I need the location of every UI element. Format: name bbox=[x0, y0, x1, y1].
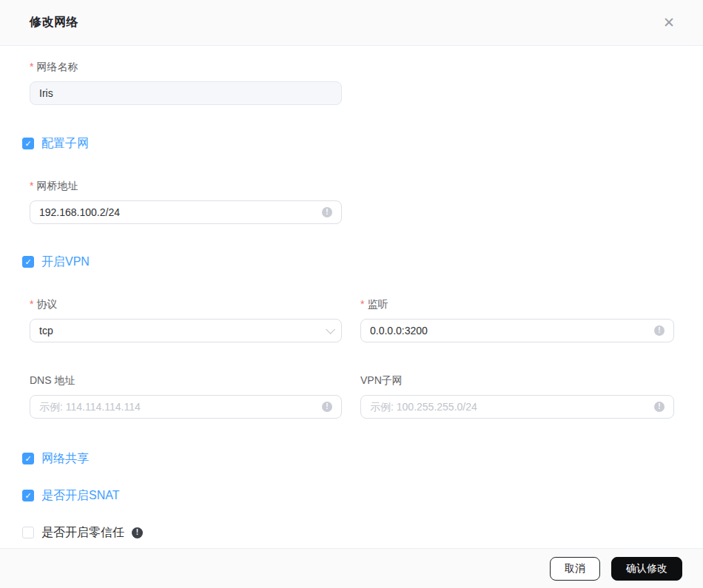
bridge-address-input-box: ! bbox=[30, 200, 342, 224]
listen-input[interactable] bbox=[370, 325, 648, 337]
vpn-subnet-input-box: ! bbox=[360, 395, 674, 419]
listen-label: *监听 bbox=[360, 297, 674, 311]
dialog-title: 修改网络 bbox=[30, 15, 78, 30]
configure-subnet-label: 配置子网 bbox=[41, 135, 89, 152]
protocol-label: *协议 bbox=[30, 297, 342, 311]
field-protocol: *协议 bbox=[30, 297, 342, 342]
bridge-address-input[interactable] bbox=[39, 206, 316, 218]
required-asterisk: * bbox=[30, 180, 33, 192]
checkbox-unchecked-icon[interactable] bbox=[22, 527, 34, 538]
info-icon[interactable]: ! bbox=[654, 402, 665, 412]
configure-subnet-checkbox-row[interactable]: ✓ 配置子网 bbox=[22, 135, 89, 152]
vpn-subnet-label: VPN子网 bbox=[360, 373, 674, 388]
required-asterisk: * bbox=[30, 61, 33, 72]
listen-input-box: ! bbox=[360, 319, 674, 342]
checkbox-checked-icon[interactable]: ✓ bbox=[22, 490, 34, 501]
field-bridge-address: *网桥地址 ! bbox=[30, 178, 674, 224]
info-icon[interactable]: ! bbox=[132, 527, 143, 538]
cancel-button[interactable]: 取消 bbox=[550, 557, 600, 581]
dns-address-input[interactable] bbox=[39, 401, 316, 413]
chevron-down-icon bbox=[326, 325, 335, 334]
network-share-label: 网络共享 bbox=[41, 450, 89, 467]
field-listen: *监听 ! bbox=[360, 297, 674, 342]
network-name-input-box bbox=[30, 81, 342, 105]
dns-address-label: DNS 地址 bbox=[30, 373, 342, 388]
dialog-footer: 取消 确认修改 bbox=[0, 548, 703, 588]
edit-network-dialog: 修改网络 ✕ *网络名称 ✓ 配置子网 *网桥地址 ! bbox=[0, 0, 703, 588]
required-asterisk: * bbox=[30, 298, 33, 310]
confirm-button[interactable]: 确认修改 bbox=[611, 557, 682, 581]
dialog-header: 修改网络 ✕ bbox=[0, 0, 703, 46]
field-vpn-subnet: VPN子网 ! bbox=[360, 373, 674, 419]
vpn-subnet-input[interactable] bbox=[370, 401, 648, 413]
protocol-select-value[interactable] bbox=[39, 325, 320, 337]
checkbox-checked-icon[interactable]: ✓ bbox=[22, 138, 34, 149]
enable-snat-label: 是否开启SNAT bbox=[41, 487, 119, 504]
network-name-label: *网络名称 bbox=[30, 59, 674, 74]
dns-address-input-box: ! bbox=[30, 395, 342, 419]
field-dns-address: DNS 地址 ! bbox=[30, 373, 342, 419]
row-dns-vpnsubnet: DNS 地址 ! VPN子网 ! bbox=[30, 373, 674, 419]
close-icon[interactable]: ✕ bbox=[660, 13, 678, 33]
enable-vpn-checkbox-row[interactable]: ✓ 开启VPN bbox=[22, 254, 90, 270]
info-icon[interactable]: ! bbox=[654, 325, 665, 336]
dialog-body: *网络名称 ✓ 配置子网 *网桥地址 ! ✓ 开启VPN bbox=[0, 46, 703, 548]
enable-zero-trust-label: 是否开启零信任 bbox=[41, 524, 124, 541]
checkbox-checked-icon[interactable]: ✓ bbox=[22, 453, 34, 464]
required-asterisk: * bbox=[360, 298, 364, 310]
network-share-checkbox-row[interactable]: ✓ 网络共享 bbox=[22, 450, 89, 467]
enable-vpn-label: 开启VPN bbox=[41, 254, 90, 270]
protocol-select[interactable] bbox=[30, 319, 342, 342]
bridge-address-label: *网桥地址 bbox=[30, 178, 674, 193]
info-icon[interactable]: ! bbox=[322, 402, 332, 412]
enable-snat-checkbox-row[interactable]: ✓ 是否开启SNAT bbox=[22, 487, 119, 504]
checkbox-checked-icon[interactable]: ✓ bbox=[22, 256, 34, 268]
info-icon[interactable]: ! bbox=[322, 207, 332, 217]
enable-zero-trust-checkbox-row[interactable]: 是否开启零信任 ! bbox=[22, 524, 143, 541]
network-name-input[interactable] bbox=[39, 87, 332, 99]
row-protocol-listen: *协议 *监听 ! bbox=[30, 297, 674, 342]
field-network-name: *网络名称 bbox=[30, 59, 674, 105]
